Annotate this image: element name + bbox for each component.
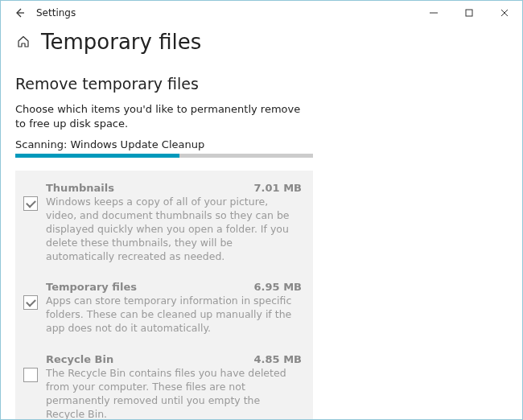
page-header: Temporary files <box>1 25 522 62</box>
intro-text: Choose which items you'd like to permane… <box>15 102 313 130</box>
item-size: 7.01 MB <box>254 182 302 194</box>
item-checkbox[interactable] <box>23 295 38 310</box>
content-area: Remove temporary files Choose which item… <box>1 62 522 420</box>
item-head: Recycle Bin4.85 MB <box>46 353 302 365</box>
item-size: 4.85 MB <box>254 353 302 365</box>
progress-fill <box>15 154 179 158</box>
page-title: Temporary files <box>41 30 201 54</box>
item-checkbox[interactable] <box>23 368 38 382</box>
item-title: Recycle Bin <box>46 353 113 365</box>
home-button[interactable] <box>15 34 31 50</box>
item-body: Recycle Bin4.85 MBThe Recycle Bin contai… <box>46 353 302 420</box>
item-body: Thumbnails7.01 MBWindows keeps a copy of… <box>46 182 302 263</box>
minimize-button[interactable] <box>416 1 451 25</box>
scan-status: Scanning: Windows Update Cleanup <box>15 138 508 150</box>
item-head: Thumbnails7.01 MB <box>46 182 302 194</box>
item-description: Apps can store temporary information in … <box>46 294 302 336</box>
progress-bar <box>15 154 313 158</box>
section-heading: Remove temporary files <box>15 75 508 93</box>
file-category-item: Temporary files6.95 MBApps can store tem… <box>15 273 313 345</box>
title-bar: Settings <box>1 1 522 25</box>
item-checkbox[interactable] <box>23 196 38 211</box>
item-size: 6.95 MB <box>254 281 302 293</box>
maximize-button[interactable] <box>451 1 487 25</box>
item-title: Thumbnails <box>46 182 114 194</box>
item-description: The Recycle Bin contains files you have … <box>46 367 302 420</box>
back-button[interactable] <box>6 1 33 25</box>
file-category-item: Thumbnails7.01 MBWindows keeps a copy of… <box>15 174 313 273</box>
item-description: Windows keeps a copy of all of your pict… <box>46 196 302 263</box>
items-list: Thumbnails7.01 MBWindows keeps a copy of… <box>15 171 313 420</box>
item-head: Temporary files6.95 MB <box>46 281 302 293</box>
file-category-item: Recycle Bin4.85 MBThe Recycle Bin contai… <box>15 345 313 420</box>
window-controls <box>416 1 522 25</box>
item-body: Temporary files6.95 MBApps can store tem… <box>46 281 302 336</box>
item-title: Temporary files <box>46 281 137 293</box>
svg-rect-1 <box>466 10 472 16</box>
close-button[interactable] <box>487 1 522 25</box>
app-title: Settings <box>36 7 76 19</box>
